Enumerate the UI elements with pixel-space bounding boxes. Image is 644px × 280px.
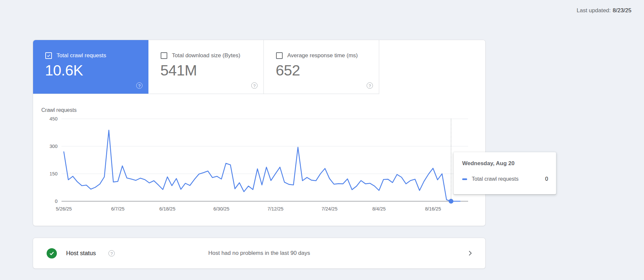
series-legend-pill-icon (462, 178, 467, 180)
x-tick-label: 7/12/25 (267, 206, 283, 211)
x-tick-label: 6/18/25 (159, 206, 175, 211)
last-updated-label: Last updated: (577, 7, 611, 14)
metric-card-total-crawl-requests[interactable]: Total crawl requests 10.6K ? (33, 40, 148, 94)
check-mark-icon (47, 54, 51, 58)
crawl-requests-chart[interactable]: 01503004505/26/256/7/256/18/256/30/257/1… (33, 94, 485, 226)
y-tick-label: 450 (50, 116, 58, 121)
x-tick-label: 7/24/25 (321, 206, 337, 211)
last-updated: Last updated:8/23/25 (577, 7, 631, 14)
crawl-stats-panel: Total crawl requests 10.6K ? Total downl… (33, 40, 486, 226)
x-tick-label: 6/30/25 (214, 206, 229, 211)
tooltip-series-label: Total crawl requests (472, 176, 545, 182)
x-tick-label: 6/7/25 (111, 206, 124, 211)
chevron-right-icon[interactable] (466, 249, 474, 257)
metric-card-value: 652 (276, 62, 300, 79)
crawl-requests-line (64, 130, 460, 201)
y-tick-label: 150 (50, 171, 58, 176)
metric-card-header: Average response time (ms) (276, 52, 358, 59)
checkbox-checked-icon[interactable] (45, 52, 52, 59)
last-updated-value: 8/23/25 (613, 7, 631, 14)
page-background: { "header": { "last_updated_label": "Las… (0, 0, 644, 280)
checkbox-unchecked-icon[interactable] (276, 52, 283, 59)
host-status-panel[interactable]: Host status ? Host had no problems in th… (33, 238, 486, 269)
y-tick-label: 300 (50, 144, 58, 149)
x-tick-label: 8/4/25 (372, 206, 385, 211)
tooltip-series-value: 0 (545, 176, 548, 182)
metric-cards-row: Total crawl requests 10.6K ? Total downl… (33, 40, 485, 94)
chart-tooltip: Wednesday, Aug 20 Total crawl requests 0 (454, 152, 556, 194)
metric-card-header: Total crawl requests (45, 52, 106, 59)
metric-card-header: Total download size (Bytes) (161, 52, 240, 59)
metric-cards-filler (379, 40, 485, 94)
x-tick-label: 8/16/25 (425, 206, 441, 211)
host-status-message: Host had no problems in the last 90 days (33, 250, 485, 257)
tooltip-series-row: Total crawl requests 0 (462, 176, 548, 182)
help-icon[interactable]: ? (136, 82, 142, 89)
help-icon[interactable]: ? (251, 82, 258, 89)
metric-card-total-download-size[interactable]: Total download size (Bytes) 541M ? (148, 40, 264, 94)
metric-card-label: Total crawl requests (57, 52, 106, 59)
checkbox-unchecked-icon[interactable] (161, 52, 167, 59)
metric-card-value: 10.6K (45, 62, 83, 79)
metric-card-label: Average response time (ms) (287, 52, 358, 59)
y-tick-label: 0 (55, 199, 58, 204)
metric-card-average-response-time[interactable]: Average response time (ms) 652 ? (264, 40, 379, 94)
metric-card-label: Total download size (Bytes) (172, 52, 240, 59)
x-tick-label: 5/26/25 (56, 206, 72, 211)
tooltip-date-title: Wednesday, Aug 20 (462, 160, 514, 167)
metric-card-value: 541M (160, 62, 197, 79)
help-icon[interactable]: ? (367, 82, 373, 89)
hover-point-marker (449, 199, 453, 204)
